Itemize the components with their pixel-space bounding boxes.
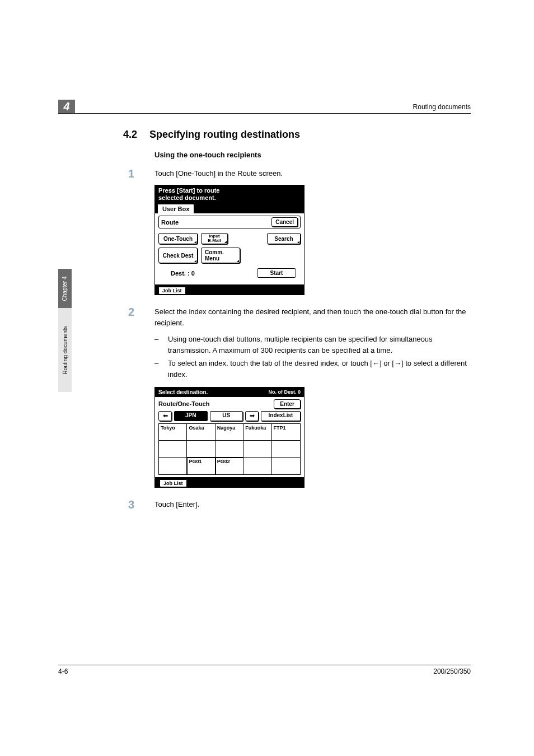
job-list-tab[interactable]: Job List bbox=[158, 287, 186, 295]
dial-fukuoka[interactable]: Fukuoka bbox=[243, 424, 271, 441]
screen2-bottombar: Job List bbox=[155, 477, 304, 487]
route-panel: Route Cancel bbox=[158, 216, 301, 228]
select-destination-figure: Select destination. No. of Dest. 0 Route… bbox=[154, 387, 305, 488]
header-rule bbox=[58, 113, 471, 114]
screen2-titlebar: Select destination. No. of Dest. 0 bbox=[155, 388, 304, 397]
step-2-bullet-1: – Using one-touch dial buttons, multiple… bbox=[154, 334, 471, 356]
dial-nagoya[interactable]: Nagoya bbox=[216, 424, 243, 441]
screen2-title: Select destination. bbox=[158, 389, 208, 395]
step-number: 3 bbox=[123, 499, 134, 510]
dial-empty[interactable] bbox=[243, 458, 271, 474]
one-touch-button[interactable]: One-Touch bbox=[158, 233, 198, 244]
side-tab-title: Routing documents bbox=[58, 308, 72, 392]
screen2-head: Route/One-Touch Enter bbox=[155, 397, 304, 410]
content-area: 4.2 Specifying routing destinations Usin… bbox=[123, 129, 471, 516]
subsection-heading: Using the one-touch recipients bbox=[154, 151, 471, 159]
side-tab-chapter-label: Chapter 4 bbox=[62, 276, 68, 301]
screen1-title-line2: selected document. bbox=[158, 194, 216, 201]
step-text: Touch [Enter]. bbox=[154, 499, 471, 510]
tab-jpn[interactable]: JPN bbox=[174, 411, 208, 421]
job-list-tab[interactable]: Job List bbox=[160, 479, 187, 487]
section-title: Specifying routing destinations bbox=[149, 129, 300, 141]
dial-empty[interactable] bbox=[272, 441, 300, 458]
screen1-bottombar: Job List bbox=[155, 284, 304, 295]
dash-icon: – bbox=[154, 334, 160, 356]
step-1: 1 Touch [One-Touch] in the Route screen. bbox=[123, 168, 471, 179]
dial-pg01[interactable]: PG01 bbox=[187, 458, 215, 474]
route-onetouch-label: Route/One-Touch bbox=[158, 400, 209, 407]
cancel-button[interactable]: Cancel bbox=[271, 217, 298, 227]
step-3: 3 Touch [Enter]. bbox=[123, 499, 471, 510]
page-number: 4-6 bbox=[58, 668, 68, 675]
dial-osaka[interactable]: Osaka bbox=[187, 424, 215, 441]
dial-pg02[interactable]: PG02 bbox=[216, 458, 243, 474]
step-2-bullet-2: – To select an index, touch the tab of t… bbox=[154, 358, 471, 380]
step-number: 1 bbox=[123, 168, 134, 179]
model-numbers: 200/250/350 bbox=[433, 668, 471, 675]
screen1-title-line1: Press [Start] to route bbox=[158, 187, 219, 194]
input-email-button[interactable]: Input E-Mail bbox=[201, 233, 228, 244]
step-2: 2 Select the index containing the desire… bbox=[123, 306, 471, 328]
start-button[interactable]: Start bbox=[257, 268, 296, 278]
side-tab-chapter: Chapter 4 bbox=[58, 269, 72, 308]
step-2-sublist: – Using one-touch dial buttons, multiple… bbox=[154, 334, 471, 380]
onetouch-grid: Tokyo Osaka Nagoya Fukuoka FTP1 PG01 PG0… bbox=[158, 423, 301, 475]
running-header: Routing documents bbox=[413, 103, 471, 111]
section-heading: 4.2 Specifying routing destinations bbox=[123, 129, 471, 141]
index-tabs: ⬅ JPN US ➡ IndexList bbox=[155, 410, 304, 423]
footer-rule bbox=[58, 665, 471, 665]
route-label: Route bbox=[161, 219, 179, 226]
dial-tokyo[interactable]: Tokyo bbox=[159, 424, 187, 441]
screen1-titlebar: Press [Start] to route selected document… bbox=[155, 185, 304, 203]
dial-empty[interactable] bbox=[243, 441, 271, 458]
bullet-text: To select an index, touch the tab of the… bbox=[168, 358, 471, 380]
next-index-button[interactable]: ➡ bbox=[245, 411, 259, 421]
email-label: E-Mail bbox=[208, 239, 221, 243]
comm-menu-button[interactable]: Comm. Menu bbox=[201, 248, 240, 263]
step-text: Touch [One-Touch] in the Route screen. bbox=[154, 168, 471, 179]
tab-indexlist[interactable]: IndexList bbox=[261, 411, 301, 421]
search-button[interactable]: Search bbox=[267, 233, 301, 244]
prev-index-button[interactable]: ⬅ bbox=[158, 411, 172, 421]
screen2-dest-count: No. of Dest. 0 bbox=[268, 389, 301, 395]
route-screen-figure: Press [Start] to route selected document… bbox=[154, 185, 305, 295]
chapter-number-badge: 4 bbox=[58, 100, 75, 113]
dial-empty[interactable] bbox=[159, 441, 187, 458]
step-number: 2 bbox=[123, 306, 134, 328]
dial-empty[interactable] bbox=[187, 441, 215, 458]
dash-icon: – bbox=[154, 358, 160, 380]
screen1-body: Route Cancel One-Touch Input E-Mail Sear… bbox=[155, 213, 304, 284]
check-dest-button[interactable]: Check Dest bbox=[158, 248, 198, 263]
section-number: 4.2 bbox=[123, 129, 137, 141]
bullet-text: Using one-touch dial buttons, multiple r… bbox=[168, 334, 471, 356]
side-tab-title-label: Routing documents bbox=[62, 326, 68, 374]
userbox-tab[interactable]: User Box bbox=[157, 204, 194, 213]
dial-empty[interactable] bbox=[272, 458, 300, 474]
tab-us[interactable]: US bbox=[210, 411, 243, 421]
step-text: Select the index containing the desired … bbox=[154, 306, 471, 328]
dial-empty[interactable] bbox=[216, 441, 243, 458]
enter-button[interactable]: Enter bbox=[274, 399, 301, 409]
side-tab: Chapter 4 Routing documents bbox=[58, 269, 72, 409]
dial-empty[interactable] bbox=[159, 458, 187, 474]
dest-count-label: Dest. : 0 bbox=[171, 270, 195, 277]
dial-ftp1[interactable]: FTP1 bbox=[272, 424, 300, 441]
